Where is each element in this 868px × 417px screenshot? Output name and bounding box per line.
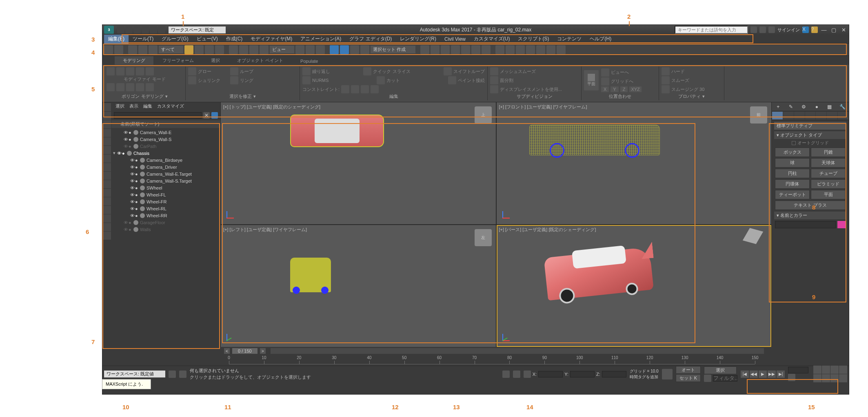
- track-bar[interactable]: 0102030405060708090100110120130140150: [217, 355, 767, 366]
- zoom-all-icon[interactable]: [822, 366, 830, 374]
- signin-label[interactable]: サインイン: [777, 27, 800, 33]
- help-icon[interactable]: ?: [811, 26, 818, 33]
- time-prev-icon[interactable]: <: [224, 348, 230, 354]
- adaptive-degradation-icon[interactable]: [662, 369, 673, 379]
- a360-icon[interactable]: [759, 26, 766, 33]
- toggle-sceneexplorer-icon[interactable]: [179, 371, 186, 378]
- callout-7: 7: [91, 338, 95, 345]
- titlebar: 3 ワークスペース: 既定 Autodesk 3ds Max 2017 - 非再…: [102, 25, 849, 35]
- y-label: Y:: [564, 372, 568, 377]
- workspace-statusbar-dropdown[interactable]: ワークスペース: 既定値: [104, 371, 165, 377]
- favorites-icon[interactable]: [768, 26, 775, 33]
- workspace-dropdown[interactable]: ワークスペース: 既定: [169, 26, 226, 33]
- undo-icon[interactable]: [142, 26, 149, 33]
- transform-typein-icon[interactable]: [524, 371, 531, 378]
- callout-5: 5: [91, 86, 95, 93]
- close-icon[interactable]: ✕: [840, 26, 847, 33]
- quick-access-toolbar: [117, 26, 165, 33]
- time-slider[interactable]: < 0 / 150 >: [221, 347, 767, 355]
- track-ruler[interactable]: 0102030405060708090100110120130140150: [229, 356, 755, 364]
- redo-icon[interactable]: [150, 26, 157, 33]
- playback-controls: |◀ ◀◀ ▶ ▶▶ ▶|: [741, 371, 785, 378]
- layers-sb-icon[interactable]: [169, 371, 176, 378]
- prompt-line: クリックまたはドラッグをして、オブジェクトを選択します: [190, 374, 311, 380]
- grid-setting: グリッド = 10.0: [630, 368, 659, 374]
- ribbon-tab-objectpaint[interactable]: オブジェクト ペイント: [229, 56, 291, 65]
- callout-6: 6: [86, 228, 89, 235]
- callout-1: 1: [181, 13, 184, 20]
- z-label: Z:: [596, 372, 600, 377]
- callout-15: 15: [808, 404, 815, 410]
- callout-3: 3: [91, 36, 95, 43]
- callout-11: 11: [224, 404, 231, 410]
- x-coord-input[interactable]: [538, 371, 563, 377]
- add-timetag[interactable]: 時間タグを追加: [630, 374, 659, 380]
- window-title: Autodesk 3ds Max 2017 - 非再販品 car_rig_02.…: [420, 26, 531, 33]
- minimize-icon[interactable]: —: [820, 26, 828, 33]
- callout-12: 12: [392, 404, 399, 410]
- app-menu-icon[interactable]: 3: [104, 26, 114, 34]
- keyfilter-input[interactable]: [713, 375, 737, 382]
- keyfilter-dropdown[interactable]: 選択: [704, 366, 737, 374]
- open-icon[interactable]: [125, 26, 133, 33]
- selection-lock-icon[interactable]: [502, 371, 510, 378]
- callout-2: 2: [627, 13, 630, 20]
- status-bar: ワークスペース: 既定値 何も選択されていません クリックまたはドラッグをして、…: [102, 366, 849, 382]
- prev-frame-icon[interactable]: ◀◀: [750, 371, 758, 378]
- zoom-icon[interactable]: [813, 366, 821, 374]
- maxscript-tooltip: MAXScript によう.: [102, 379, 151, 389]
- isolate-icon[interactable]: [513, 371, 520, 378]
- search-icon[interactable]: [750, 26, 757, 33]
- time-next-icon[interactable]: >: [260, 348, 266, 354]
- goto-start-icon[interactable]: |◀: [741, 371, 749, 378]
- ribbon-tabs: モデリング フリーフォーム 選択 オブジェクト ペイント Populate: [102, 56, 849, 65]
- maximize-icon[interactable]: ▢: [830, 26, 837, 33]
- callout-13: 13: [453, 404, 460, 410]
- x-label: X:: [533, 372, 537, 377]
- key-icon[interactable]: [704, 375, 711, 382]
- autokey-button[interactable]: オート: [676, 366, 701, 374]
- callout-10: 10: [122, 404, 129, 410]
- ribbon-tab-populate[interactable]: Populate: [292, 57, 326, 65]
- selection-info: 何も選択されていません: [190, 368, 311, 374]
- zoom-extents-all-icon[interactable]: [839, 366, 847, 374]
- callout-14: 14: [526, 404, 533, 410]
- lower-area: < 0 / 150 > 0102030405060708090100110120…: [102, 347, 849, 382]
- time-slider-thumb[interactable]: 0 / 150: [232, 348, 258, 354]
- save-icon[interactable]: [133, 26, 141, 33]
- setkey-button[interactable]: セット K: [676, 374, 701, 382]
- y-coord-input[interactable]: [570, 371, 595, 377]
- current-frame-input[interactable]: [788, 367, 808, 373]
- exchange-icon[interactable]: X: [802, 26, 809, 33]
- maximize-viewport-icon[interactable]: [839, 374, 847, 382]
- project-icon[interactable]: [158, 26, 165, 33]
- z-coord-input[interactable]: [602, 371, 626, 377]
- zoom-extents-icon[interactable]: [830, 366, 839, 374]
- ribbon-tab-modeling[interactable]: モデリング: [115, 56, 153, 65]
- new-icon[interactable]: [117, 26, 124, 33]
- viewcube-persp[interactable]: [746, 229, 766, 249]
- ribbon-tab-freeform[interactable]: フリーフォーム: [154, 56, 202, 65]
- ribbon-tab-selection[interactable]: 選択: [203, 56, 228, 65]
- callout-4: 4: [91, 49, 95, 56]
- play-icon[interactable]: ▶: [759, 371, 767, 378]
- goto-end-icon[interactable]: ▶|: [777, 371, 785, 378]
- infocenter-search-input[interactable]: [675, 26, 748, 34]
- next-frame-icon[interactable]: ▶▶: [768, 371, 776, 378]
